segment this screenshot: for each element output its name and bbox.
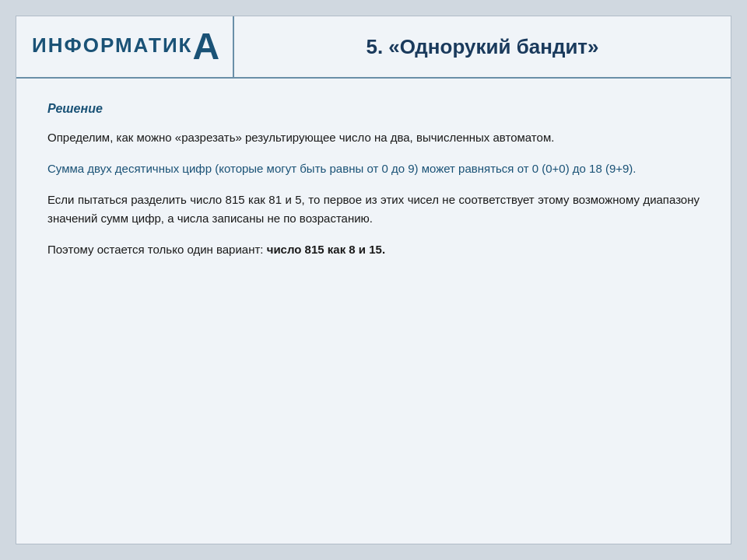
slide: ИНФОРМАТИКА 5. «Однорукий бандит» Решени… bbox=[16, 16, 731, 544]
paragraph-4-prefix: Поэтому остается только один вариант: bbox=[47, 243, 267, 256]
slide-content: Решение Определим, как можно «разрезать»… bbox=[16, 79, 731, 544]
logo: ИНФОРМАТИКА bbox=[32, 28, 221, 65]
logo-area: ИНФОРМАТИКА bbox=[16, 16, 234, 77]
paragraph-1: Определим, как можно «разрезать» результ… bbox=[47, 128, 700, 147]
paragraph-4-bold: число 815 как 8 и 15. bbox=[267, 243, 385, 256]
paragraph-2: Сумма двух десятичных цифр (которые могу… bbox=[47, 159, 700, 178]
paragraph-3: Если пытаться разделить число 815 как 81… bbox=[47, 191, 700, 228]
logo-big-letter: А bbox=[192, 26, 221, 67]
slide-header: ИНФОРМАТИКА 5. «Однорукий бандит» bbox=[16, 16, 731, 79]
slide-title: 5. «Однорукий бандит» bbox=[366, 35, 598, 59]
section-label: Решение bbox=[47, 102, 700, 116]
title-area: 5. «Однорукий бандит» bbox=[234, 16, 731, 77]
logo-prefix: ИНФОРМАТИК bbox=[32, 33, 192, 57]
paragraph-4: Поэтому остается только один вариант: чи… bbox=[47, 240, 700, 259]
